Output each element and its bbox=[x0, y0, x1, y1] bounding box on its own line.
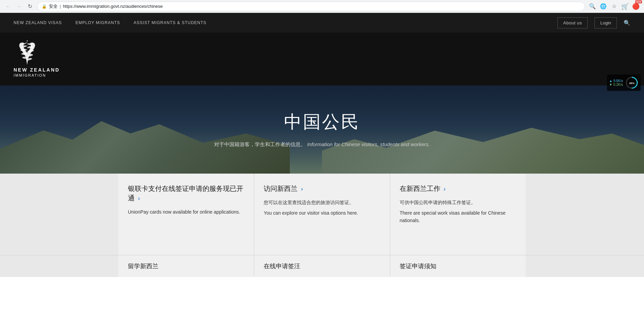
browser-chrome: ← → ↻ 🔒 安全 | https://www.immigration.gov… bbox=[0, 0, 644, 13]
card-3-text-chinese: 可供中国公民申请的特殊工作签证。 bbox=[400, 199, 516, 206]
card-3-title: 在新西兰工作 › bbox=[400, 184, 516, 193]
top-navigation: NEW ZEALAND VISAS EMPLOY MIGRANTS ASSIST… bbox=[0, 13, 644, 33]
svg-point-0 bbox=[26, 40, 28, 42]
card-1-arrow-icon: › bbox=[138, 195, 140, 202]
card-1-title-chinese: 银联卡支付在线签证申请的服务现已开通 bbox=[128, 185, 243, 202]
bottom-card-online-visa[interactable]: 在线申请签汪 bbox=[254, 255, 390, 277]
search-browser-button[interactable]: 🔍 bbox=[588, 2, 597, 11]
svg-text:49%: 49% bbox=[629, 82, 634, 85]
nav-item-assist[interactable]: ASSIST MIGRANTS & STUDENTS bbox=[134, 18, 206, 28]
card-visit-nz[interactable]: 访问新西兰 › 您可以在这里查找适合您的旅游访问签证。 You can expl… bbox=[254, 174, 390, 255]
refresh-button[interactable]: ↻ bbox=[25, 2, 35, 11]
logo-container[interactable]: NEW ZEALAND IMMIGRATION bbox=[14, 39, 60, 77]
nav-item-employ[interactable]: EMPLOY MIGRANTS bbox=[75, 18, 120, 28]
bottom-cards-section: 留学新西兰 在线申请签汪 签证申请须知 bbox=[0, 255, 644, 277]
card-2-title-chinese: 访问新西兰 bbox=[264, 185, 298, 192]
nav-item-visas[interactable]: NEW ZEALAND VISAS bbox=[14, 18, 62, 28]
logo-sub-name: IMMIGRATION bbox=[14, 73, 60, 77]
bottom-cards-container: 留学新西兰 在线申请签汪 签证申请须知 bbox=[118, 255, 526, 277]
speed-circle-chart: 49% bbox=[625, 76, 639, 90]
bottom-card-visa-info[interactable]: 签证申请须知 bbox=[390, 255, 526, 277]
hero-section: 中国公民 对于中国籍游客，学生和工作者的信息。 Information for … bbox=[0, 85, 644, 174]
speed-indicator: ▲ 9.6K/s ▼ 0.2K/s 49% bbox=[607, 75, 641, 91]
nav-items-right: About us Login 🔍 bbox=[557, 17, 630, 28]
back-button[interactable]: ← bbox=[3, 2, 13, 11]
extension-button-1[interactable]: 🛒 bbox=[620, 2, 630, 11]
search-icon[interactable]: 🔍 bbox=[624, 20, 630, 26]
logo-text-container: NEW ZEALAND IMMIGRATION bbox=[14, 66, 60, 77]
logo-area: NEW ZEALAND IMMIGRATION bbox=[0, 33, 644, 85]
speed-values: ▲ 9.6K/s ▼ 0.2K/s bbox=[609, 79, 623, 86]
extension-button-new[interactable]: 🔴 NEW bbox=[631, 2, 641, 11]
bottom-card-1-title: 留学新西兰 bbox=[128, 262, 158, 270]
card-unionpay[interactable]: 银联卡支付在线签证申请的服务现已开通 › UnionPay cards now … bbox=[118, 174, 254, 255]
cards-container: 银联卡支付在线签证申请的服务现已开通 › UnionPay cards now … bbox=[118, 174, 526, 255]
upload-speed: ▲ 9.6K/s bbox=[609, 79, 623, 83]
browser-nav-buttons: ← → ↻ bbox=[3, 2, 35, 11]
logo-brand-name: NEW ZEALAND bbox=[14, 67, 60, 73]
hero-subtitle-english: Information for Chinese visitors, studen… bbox=[307, 141, 430, 147]
card-3-text-english: There are special work visas available f… bbox=[400, 209, 516, 224]
security-lock-icon: 🔒 bbox=[42, 4, 47, 9]
bookmark-button[interactable]: ☆ bbox=[609, 2, 619, 11]
download-speed: ▼ 0.2K/s bbox=[609, 83, 623, 86]
url-separator: | bbox=[60, 4, 61, 9]
cards-section: 银联卡支付在线签证申请的服务现已开通 › UnionPay cards now … bbox=[0, 174, 644, 255]
login-button[interactable]: Login bbox=[594, 17, 617, 28]
nav-items-left: NEW ZEALAND VISAS EMPLOY MIGRANTS ASSIST… bbox=[14, 18, 206, 28]
card-2-text-english: You can explore our visitor visa options… bbox=[264, 209, 380, 217]
bottom-card-study[interactable]: 留学新西兰 bbox=[118, 255, 254, 277]
browser-action-buttons: 🔍 🌐 ☆ 🛒 🔴 NEW bbox=[588, 2, 641, 11]
bottom-card-2-title: 在线申请签汪 bbox=[264, 262, 300, 270]
card-3-arrow-icon: › bbox=[443, 185, 446, 192]
url-text: 安全 bbox=[49, 3, 58, 9]
hero-title: 中国公民 bbox=[214, 110, 430, 134]
hero-subtitle-chinese: 对于中国籍游客，学生和工作者的信息。 bbox=[214, 141, 306, 147]
card-2-arrow-icon: › bbox=[301, 185, 303, 192]
card-work-nz[interactable]: 在新西兰工作 › 可供中国公民申请的特殊工作签证。 There are spec… bbox=[390, 174, 526, 255]
card-2-text-chinese: 您可以在这里查找适合您的旅游访问签证。 bbox=[264, 199, 380, 206]
url-address: https://www.immigration.govt.nz/audience… bbox=[63, 4, 163, 9]
forward-button[interactable]: → bbox=[14, 2, 24, 11]
fern-logo-icon bbox=[14, 39, 41, 66]
hero-subtitle: 对于中国籍游客，学生和工作者的信息。 Information for Chine… bbox=[214, 140, 430, 149]
address-bar[interactable]: 🔒 安全 | https://www.immigration.govt.nz/a… bbox=[37, 2, 585, 11]
card-1-text-english: UnionPay cards now available for online … bbox=[128, 208, 244, 216]
card-2-title: 访问新西兰 › bbox=[264, 184, 380, 193]
new-badge: NEW bbox=[635, 0, 642, 3]
bottom-card-3-title: 签证申请须知 bbox=[400, 262, 436, 270]
about-us-button[interactable]: About us bbox=[557, 17, 588, 28]
card-1-title: 银联卡支付在线签证申请的服务现已开通 › bbox=[128, 184, 244, 203]
hero-content: 中国公民 对于中国籍游客，学生和工作者的信息。 Information for … bbox=[214, 110, 430, 149]
card-3-title-chinese: 在新西兰工作 bbox=[400, 185, 440, 192]
translate-button[interactable]: 🌐 bbox=[599, 2, 608, 11]
